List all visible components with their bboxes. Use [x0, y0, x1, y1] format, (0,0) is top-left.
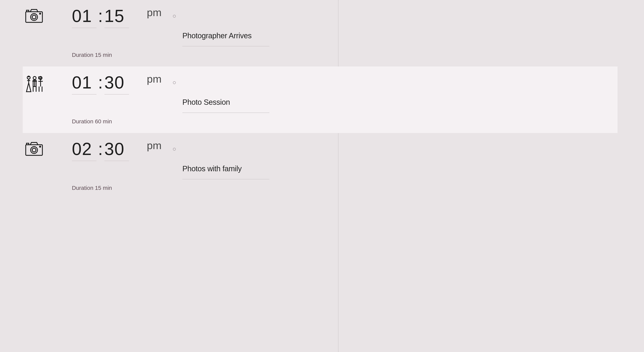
camera-icon [25, 8, 43, 24]
svg-point-4 [40, 13, 41, 14]
event-duration: Duration 15 min [72, 46, 174, 58]
event-icon-cell [23, 74, 47, 94]
event-icon-cell [23, 140, 47, 157]
minute-input[interactable]: 30 [104, 140, 129, 161]
timeline-viewport: 01 : 15 pm Photographer Arrives Duration… [0, 0, 644, 352]
minute-underline [104, 28, 129, 28]
svg-rect-12 [26, 143, 29, 145]
minute-underline [104, 94, 129, 95]
svg-point-13 [31, 147, 38, 153]
hour-underline [72, 28, 96, 28]
svg-point-15 [40, 146, 41, 147]
timeline-event[interactable]: 01 : 15 pm Photographer Arrives Duration… [23, 0, 618, 67]
camera-icon [25, 141, 43, 157]
people-icon [25, 74, 44, 94]
event-time[interactable]: 01 : 15 [72, 7, 142, 28]
event-title[interactable]: Photo Session [182, 98, 618, 106]
title-underline [182, 112, 270, 113]
hour-value: 01 [72, 73, 92, 92]
event-time[interactable]: 01 : 30 [72, 74, 142, 95]
title-underline [182, 179, 270, 180]
hour-underline [72, 94, 96, 95]
svg-point-3 [32, 15, 36, 19]
ampm-toggle[interactable]: pm [142, 7, 162, 18]
ampm-toggle[interactable]: pm [142, 140, 162, 151]
event-time[interactable]: 02 : 30 [72, 140, 142, 161]
timeline-marker [173, 81, 176, 84]
event-title[interactable]: Photographer Arrives [182, 32, 618, 40]
timeline-event[interactable]: 02 : 30 pm Photos with family Duration 1… [23, 133, 618, 200]
minute-input[interactable]: 15 [104, 7, 129, 28]
svg-point-14 [32, 148, 36, 152]
event-title[interactable]: Photos with family [182, 164, 618, 173]
timeline-marker [173, 148, 176, 151]
svg-point-7 [33, 77, 36, 80]
minute-value: 30 [104, 73, 124, 92]
minute-underline [104, 161, 129, 161]
hour-input[interactable]: 01 [72, 74, 96, 95]
event-duration: Duration 15 min [72, 180, 174, 191]
svg-point-6 [28, 76, 29, 77]
hour-underline [72, 161, 96, 161]
svg-point-2 [31, 14, 38, 21]
event-duration: Duration 60 min [72, 113, 174, 125]
hour-input[interactable]: 01 [72, 7, 96, 28]
timeline-marker [173, 15, 176, 18]
svg-rect-10 [39, 77, 41, 79]
hour-value: 02 [72, 139, 92, 158]
minute-value: 15 [104, 6, 124, 26]
timeline-rows: 01 : 15 pm Photographer Arrives Duration… [0, 0, 644, 200]
svg-rect-1 [26, 10, 29, 12]
minute-input[interactable]: 30 [104, 74, 129, 95]
time-colon: : [98, 140, 103, 158]
timeline-event[interactable]: 01 : 30 pm Photo Session Duration 60 min [23, 67, 618, 133]
time-colon: : [98, 74, 103, 91]
event-icon-cell [23, 7, 47, 24]
hour-input[interactable]: 02 [72, 140, 96, 161]
ampm-toggle[interactable]: pm [142, 74, 162, 84]
hour-value: 01 [72, 6, 92, 26]
title-underline [182, 46, 270, 46]
time-colon: : [98, 7, 103, 25]
minute-value: 30 [104, 139, 124, 158]
